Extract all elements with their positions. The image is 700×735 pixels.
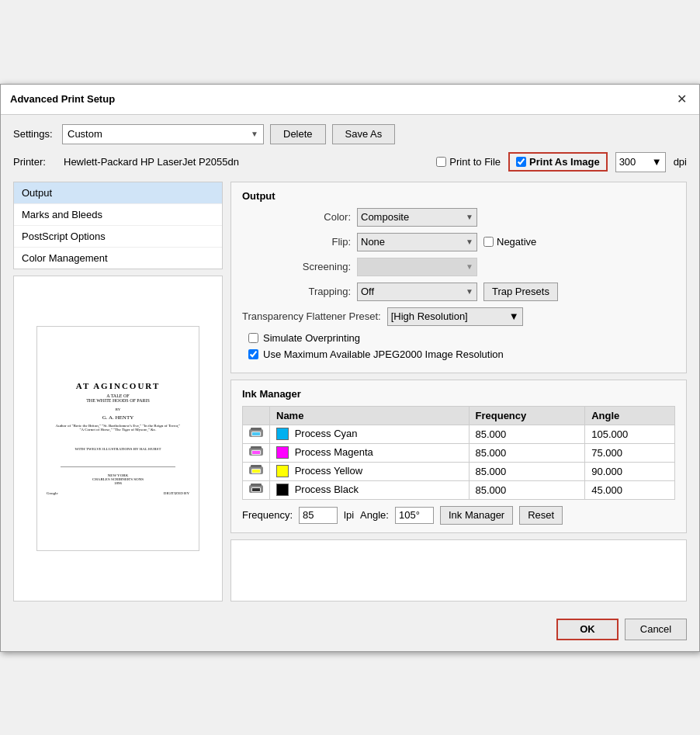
dialog-footer: OK Cancel: [1, 611, 699, 651]
lpi-label: lpi: [344, 509, 354, 521]
simulate-overprinting-checkbox[interactable]: [248, 333, 258, 343]
settings-value: Custom: [68, 128, 102, 140]
table-row[interactable]: Process Yellow 85.000 90.000: [243, 462, 675, 480]
use-max-jpeg-checkbox[interactable]: [248, 349, 258, 359]
trap-presets-button[interactable]: Trap Presets: [483, 283, 558, 301]
settings-row: Settings: Custom ▼ Delete Save As: [13, 124, 687, 144]
book-author: G. A. HENTY: [102, 414, 133, 421]
frequency-angle-row: Frequency: lpi Angle: Ink Manager Reset: [242, 506, 675, 525]
color-value: Composite: [361, 211, 409, 223]
ink-manager-title: Ink Manager: [242, 388, 675, 400]
row-freq-black: 85.000: [469, 480, 585, 499]
book-subtitle: A TALE OFTHE WHITE HOODS OF PARIS: [86, 394, 150, 403]
negative-checkbox[interactable]: [483, 237, 494, 247]
color-select-arrow: ▼: [466, 213, 473, 221]
flip-select-arrow: ▼: [466, 237, 473, 246]
trapping-label: Trapping:: [242, 286, 351, 297]
col-icon: [243, 406, 270, 425]
svg-rect-15: [252, 488, 260, 491]
row-angle-cyan: 105.000: [585, 425, 675, 443]
print-to-file-checkbox[interactable]: [436, 157, 446, 167]
nav-item-color-management[interactable]: Color Management: [14, 248, 222, 269]
screening-select[interactable]: ▼: [357, 258, 477, 276]
row-freq-yellow: 85.000: [469, 462, 585, 480]
use-max-jpeg-row: Use Maximum Available JPEG2000 Image Res…: [242, 348, 675, 360]
settings-dropdown-arrow: ▼: [251, 130, 258, 138]
cyan-swatch: [276, 428, 289, 440]
dpi-dropdown[interactable]: 300 ▼: [615, 152, 666, 172]
trapping-select[interactable]: Off ▼: [357, 283, 477, 301]
row-angle-yellow: 90.000: [585, 462, 675, 480]
transparency-label: Transparency Flattener Preset:: [242, 310, 381, 322]
simulate-overprinting-row: Simulate Overprinting: [242, 332, 675, 344]
angle-input[interactable]: [395, 507, 434, 524]
cancel-button[interactable]: Cancel: [625, 619, 687, 640]
row-icon-black: [243, 480, 270, 499]
col-angle: Angle: [585, 406, 675, 425]
google-label: Google: [47, 491, 58, 495]
svg-rect-1: [251, 428, 262, 430]
transparency-select-arrow: ▼: [509, 310, 519, 322]
flip-select[interactable]: None ▼: [357, 233, 477, 251]
color-row: Color: Composite ▼: [242, 208, 675, 227]
flip-label: Flip:: [242, 236, 351, 248]
color-label: Color:: [242, 211, 351, 223]
print-as-image-label: Print As Image: [529, 156, 600, 168]
output-section-title: Output: [242, 190, 675, 202]
nav-item-postscript[interactable]: PostScript Options: [14, 226, 222, 248]
dpi-value: 300: [619, 156, 636, 168]
row-name-yellow: Process Yellow: [270, 462, 470, 480]
right-panel: Output Color: Composite ▼ Flip: None: [230, 182, 687, 602]
black-swatch: [276, 484, 289, 496]
dpi-dropdown-arrow: ▼: [652, 156, 662, 168]
col-name: Name: [270, 406, 470, 425]
printer-name: Hewlett-Packard HP LaserJet P2055dn: [64, 156, 428, 168]
color-select[interactable]: Composite ▼: [357, 208, 477, 227]
nav-item-output[interactable]: Output: [14, 182, 222, 204]
row-angle-magenta: 75.000: [585, 443, 675, 462]
book-title: AT AGINCOURT: [76, 381, 160, 390]
settings-dropdown[interactable]: Custom ▼: [62, 124, 264, 144]
save-as-button[interactable]: Save As: [332, 124, 396, 144]
print-as-image-checkbox[interactable]: [516, 157, 526, 167]
book-illustrations: WITH TWELVE ILLUSTRATIONS BY HAL HURST: [75, 447, 161, 451]
row-icon-cyan: [243, 425, 270, 443]
screening-label: Screening:: [242, 261, 351, 272]
preview-divider: [61, 466, 175, 467]
ink-manager-section: Ink Manager Name Frequency Angle: [230, 380, 687, 533]
svg-rect-7: [252, 451, 260, 454]
book-preview: AT AGINCOURT A TALE OFTHE WHITE HOODS OF…: [36, 326, 199, 551]
book-publisher: NEW YORKCHARLES SCRIBNER'S SONS1896: [92, 473, 144, 485]
close-button[interactable]: ✕: [673, 91, 690, 108]
transparency-row: Transparency Flattener Preset: [High Res…: [242, 307, 675, 326]
table-row[interactable]: Process Cyan 85.000 105.000: [243, 425, 675, 443]
reset-button[interactable]: Reset: [519, 506, 563, 525]
ok-button[interactable]: OK: [556, 619, 619, 640]
yellow-swatch: [276, 465, 289, 477]
row-name-magenta: Process Magenta: [270, 443, 470, 462]
ink-table: Name Frequency Angle: [242, 406, 675, 500]
transparency-select[interactable]: [High Resolution] ▼: [387, 307, 523, 326]
preview-footer: Google DIGITIZED BY: [47, 491, 189, 495]
col-frequency: Frequency: [469, 406, 585, 425]
negative-label: Negative: [497, 236, 536, 248]
preview-box: AT AGINCOURT A TALE OFTHE WHITE HOODS OF…: [13, 276, 223, 602]
trapping-value: Off: [361, 286, 374, 297]
output-panel: Output Color: Composite ▼ Flip: None: [230, 182, 687, 373]
delete-button[interactable]: Delete: [270, 124, 326, 144]
ink-manager-button[interactable]: Ink Manager: [440, 506, 513, 525]
trapping-controls: Off ▼ Trap Presets: [357, 283, 558, 301]
description-box: [230, 539, 687, 602]
row-name-cyan: Process Cyan: [270, 425, 470, 443]
print-as-image-box: Print As Image: [508, 152, 608, 172]
table-row[interactable]: Process Black 85.000 45.000: [243, 480, 675, 499]
advanced-print-setup-dialog: Advanced Print Setup ✕ Settings: Custom …: [0, 84, 700, 652]
screening-row: Screening: ▼: [242, 258, 675, 276]
nav-list: Output Marks and Bleeds PostScript Optio…: [13, 182, 223, 269]
left-panel: Output Marks and Bleeds PostScript Optio…: [13, 182, 223, 602]
row-icon-magenta: [243, 443, 270, 462]
table-row[interactable]: Process Magenta 85.000 75.000: [243, 443, 675, 462]
frequency-input[interactable]: [299, 507, 338, 524]
nav-item-marks-bleeds[interactable]: Marks and Bleeds: [14, 204, 222, 226]
magenta-name: Process Magenta: [295, 446, 373, 458]
